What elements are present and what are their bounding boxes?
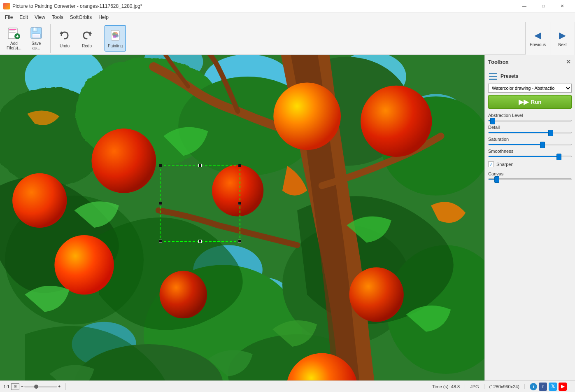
info-button[interactable]: i (530, 383, 537, 390)
undo-button[interactable]: Undo (54, 25, 75, 51)
presets-section: Presets Watercolor drawing - Abstractio … (488, 71, 572, 109)
painting-icon (109, 29, 122, 42)
minimize-button[interactable]: — (515, 0, 534, 12)
run-button[interactable]: ▶▶ Run (488, 95, 572, 109)
zoom-minus[interactable]: − (21, 384, 23, 389)
zoom-plus[interactable]: + (58, 384, 61, 389)
run-label: Run (531, 99, 541, 105)
smoothness-param: Smoothness (488, 149, 572, 157)
svg-point-18 (113, 35, 116, 38)
dimensions-label: (1280x960x24) (489, 384, 519, 389)
next-button[interactable]: ▶ Next (550, 22, 575, 55)
menu-tools[interactable]: Tools (49, 13, 67, 22)
svg-rect-11 (33, 35, 40, 37)
saturation-fill (489, 144, 542, 145)
canvas-label: Canvas (488, 171, 572, 176)
facebook-button[interactable]: f (539, 383, 547, 391)
previous-icon: ◀ (534, 30, 541, 41)
zoom-slider-container: − + (21, 384, 61, 389)
title-bar: Picture to Painting Converter - oranges-… (0, 0, 575, 12)
svg-rect-1 (9, 29, 16, 30)
svg-point-43 (54, 235, 114, 294)
detail-slider[interactable] (488, 132, 572, 133)
saturation-param: Saturation (488, 137, 572, 145)
youtube-button[interactable]: ▶ (559, 383, 567, 391)
close-button[interactable]: ✕ (553, 0, 572, 12)
smoothness-thumb[interactable] (556, 154, 561, 160)
window-controls: — □ ✕ (515, 0, 572, 12)
previous-label: Previous (530, 42, 546, 47)
undo-label: Undo (60, 44, 70, 48)
time-section: Time (s): 48.8 (432, 384, 465, 389)
detail-thumb[interactable] (548, 130, 553, 136)
maximize-button[interactable]: □ (534, 0, 553, 12)
main-content: Toolbox ✕ Presets Watercolor drawing - A… (0, 55, 575, 380)
save-as-button[interactable]: Saveas... (26, 25, 47, 51)
abstraction-label: Abstraction Level (488, 113, 572, 118)
canvas-slider[interactable] (488, 178, 572, 180)
add-files-button[interactable]: AddFile(s)... (3, 25, 25, 51)
app-icon (3, 3, 10, 9)
menu-help[interactable]: Help (95, 13, 112, 22)
redo-label: Redo (82, 44, 92, 48)
fit-icon[interactable]: ⊡ (11, 383, 19, 390)
zoom-thumb[interactable] (34, 385, 38, 389)
params-section: Abstraction Level Detail Saturation (488, 113, 572, 157)
menu-file[interactable]: File (2, 13, 16, 22)
previous-button[interactable]: ◀ Previous (526, 22, 550, 55)
toolbox-title: Toolbox (488, 59, 509, 65)
nav-buttons: ◀ Previous ▶ Next (525, 22, 575, 54)
svg-point-47 (160, 271, 207, 319)
run-icon: ▶▶ (519, 98, 528, 106)
svg-rect-3 (9, 32, 16, 33)
saturation-slider[interactable] (488, 144, 572, 145)
zoom-slider[interactable] (24, 386, 57, 387)
abstraction-slider[interactable] (488, 120, 572, 121)
svg-point-44 (273, 82, 341, 150)
next-icon: ▶ (559, 30, 566, 41)
add-files-label: AddFile(s)... (7, 41, 21, 50)
time-label: Time (s): 48.8 (432, 384, 460, 389)
presets-label: Presets (501, 73, 518, 79)
save-as-icon (30, 26, 43, 40)
menu-view[interactable]: View (31, 13, 49, 22)
menu-edit[interactable]: Edit (16, 13, 31, 22)
save-as-label: Saveas... (32, 41, 41, 50)
svg-rect-2 (9, 30, 15, 31)
menu-bar: File Edit View Tools SoftOrbits Help (0, 12, 575, 22)
window-title: Picture to Painting Converter - oranges-… (12, 3, 515, 9)
status-bar: 1:1 ⊡ − + Time (s): 48.8 JPG (1280x960x2… (0, 380, 575, 392)
toolbar: AddFile(s)... Saveas... (0, 22, 575, 55)
saturation-thumb[interactable] (540, 142, 545, 148)
painting-button[interactable]: Painting (105, 25, 126, 51)
redo-button[interactable]: Redo (76, 25, 98, 51)
format-section: JPG (470, 384, 484, 389)
preset-select[interactable]: Watercolor drawing - Abstractio (488, 84, 572, 93)
sharpen-checkbox[interactable] (488, 161, 494, 167)
smoothness-slider[interactable] (488, 156, 572, 157)
toolbox-close-button[interactable]: ✕ (565, 58, 572, 65)
zoom-section: 1:1 ⊡ − + (3, 383, 66, 390)
svg-rect-9 (34, 28, 35, 30)
abstraction-thumb[interactable] (490, 118, 495, 124)
next-label: Next (558, 42, 567, 47)
smoothness-fill (489, 156, 559, 157)
toolbox-header: Toolbox ✕ (488, 58, 572, 67)
redo-icon (80, 29, 93, 42)
twitter-button[interactable]: 𝕏 (549, 383, 557, 391)
social-section: i f 𝕏 ▶ (530, 383, 572, 391)
painting-label: Painting (108, 44, 123, 48)
canvas-area[interactable] (0, 55, 484, 380)
canvas-thumb[interactable] (494, 176, 499, 183)
undo-icon (58, 29, 71, 42)
menu-softorbits[interactable]: SoftOrbits (67, 13, 95, 22)
sharpen-row: Sharpen (488, 161, 572, 167)
painting-canvas (0, 55, 484, 380)
format-label: JPG (470, 384, 479, 389)
presets-icon (488, 71, 498, 81)
svg-rect-6 (17, 35, 18, 37)
edit-tools: Undo Redo (54, 24, 101, 53)
canvas-param: Canvas (488, 171, 572, 180)
svg-point-45 (361, 86, 432, 157)
presets-row: Presets (488, 71, 572, 81)
